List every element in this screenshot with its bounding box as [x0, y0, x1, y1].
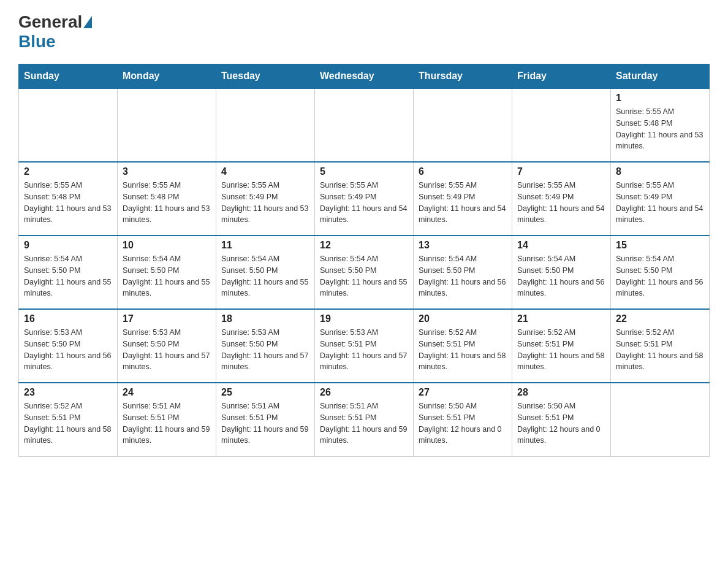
day-info: Sunrise: 5:52 AMSunset: 5:51 PMDaylight:… [24, 400, 112, 446]
day-info: Sunrise: 5:55 AMSunset: 5:49 PMDaylight:… [320, 180, 408, 226]
day-number: 4 [221, 166, 309, 177]
day-number: 13 [419, 240, 507, 251]
calendar-header-tuesday: Tuesday [216, 64, 315, 89]
day-info: Sunrise: 5:50 AMSunset: 5:51 PMDaylight:… [419, 400, 507, 446]
day-info: Sunrise: 5:55 AMSunset: 5:49 PMDaylight:… [419, 180, 507, 226]
day-info: Sunrise: 5:55 AMSunset: 5:49 PMDaylight:… [221, 180, 309, 226]
day-info: Sunrise: 5:51 AMSunset: 5:51 PMDaylight:… [221, 400, 309, 446]
calendar-header-saturday: Saturday [611, 64, 710, 89]
day-info: Sunrise: 5:54 AMSunset: 5:50 PMDaylight:… [24, 253, 112, 299]
calendar-cell: 4Sunrise: 5:55 AMSunset: 5:49 PMDaylight… [216, 162, 315, 236]
day-number: 20 [419, 313, 507, 324]
day-number: 19 [320, 313, 408, 324]
day-number: 11 [221, 240, 309, 251]
day-info: Sunrise: 5:55 AMSunset: 5:49 PMDaylight:… [616, 180, 704, 226]
day-info: Sunrise: 5:52 AMSunset: 5:51 PMDaylight:… [517, 327, 605, 373]
day-info: Sunrise: 5:51 AMSunset: 5:51 PMDaylight:… [123, 400, 211, 446]
calendar-cell [414, 88, 512, 162]
day-info: Sunrise: 5:54 AMSunset: 5:50 PMDaylight:… [123, 253, 211, 299]
calendar-header-wednesday: Wednesday [315, 64, 414, 89]
week-row-1: 1Sunrise: 5:55 AMSunset: 5:48 PMDaylight… [19, 88, 710, 162]
calendar-cell: 6Sunrise: 5:55 AMSunset: 5:49 PMDaylight… [414, 162, 512, 236]
calendar-header-monday: Monday [118, 64, 216, 89]
calendar-cell: 14Sunrise: 5:54 AMSunset: 5:50 PMDayligh… [512, 236, 611, 309]
day-info: Sunrise: 5:51 AMSunset: 5:51 PMDaylight:… [320, 400, 408, 446]
calendar-cell: 3Sunrise: 5:55 AMSunset: 5:48 PMDaylight… [118, 162, 216, 236]
day-number: 18 [221, 313, 309, 324]
calendar-cell: 19Sunrise: 5:53 AMSunset: 5:51 PMDayligh… [315, 309, 414, 383]
day-info: Sunrise: 5:53 AMSunset: 5:50 PMDaylight:… [221, 327, 309, 373]
day-info: Sunrise: 5:54 AMSunset: 5:50 PMDaylight:… [221, 253, 309, 299]
calendar-cell: 2Sunrise: 5:55 AMSunset: 5:48 PMDaylight… [19, 162, 118, 236]
calendar-header-sunday: Sunday [19, 64, 118, 89]
calendar-cell: 10Sunrise: 5:54 AMSunset: 5:50 PMDayligh… [118, 236, 216, 309]
day-number: 24 [123, 387, 211, 398]
day-number: 9 [24, 240, 112, 251]
calendar-cell: 8Sunrise: 5:55 AMSunset: 5:49 PMDaylight… [611, 162, 710, 236]
day-number: 1 [616, 93, 704, 104]
day-number: 25 [221, 387, 309, 398]
day-info: Sunrise: 5:54 AMSunset: 5:50 PMDaylight:… [517, 253, 605, 299]
logo-general-text: General [18, 12, 82, 32]
day-number: 27 [419, 387, 507, 398]
calendar-cell: 13Sunrise: 5:54 AMSunset: 5:50 PMDayligh… [414, 236, 512, 309]
day-number: 16 [24, 313, 112, 324]
day-info: Sunrise: 5:54 AMSunset: 5:50 PMDaylight:… [320, 253, 408, 299]
day-info: Sunrise: 5:53 AMSunset: 5:50 PMDaylight:… [24, 327, 112, 373]
day-info: Sunrise: 5:55 AMSunset: 5:48 PMDaylight:… [123, 180, 211, 226]
calendar-cell: 26Sunrise: 5:51 AMSunset: 5:51 PMDayligh… [315, 383, 414, 456]
calendar-cell: 5Sunrise: 5:55 AMSunset: 5:49 PMDaylight… [315, 162, 414, 236]
calendar-cell: 11Sunrise: 5:54 AMSunset: 5:50 PMDayligh… [216, 236, 315, 309]
week-row-5: 23Sunrise: 5:52 AMSunset: 5:51 PMDayligh… [19, 383, 710, 456]
day-number: 15 [616, 240, 704, 251]
week-row-3: 9Sunrise: 5:54 AMSunset: 5:50 PMDaylight… [19, 236, 710, 309]
calendar-cell: 20Sunrise: 5:52 AMSunset: 5:51 PMDayligh… [414, 309, 512, 383]
calendar-header-row: SundayMondayTuesdayWednesdayThursdayFrid… [19, 64, 710, 89]
calendar-cell: 23Sunrise: 5:52 AMSunset: 5:51 PMDayligh… [19, 383, 118, 456]
calendar-cell: 22Sunrise: 5:52 AMSunset: 5:51 PMDayligh… [611, 309, 710, 383]
day-info: Sunrise: 5:55 AMSunset: 5:48 PMDaylight:… [616, 106, 704, 152]
day-number: 21 [517, 313, 605, 324]
logo: General Blue [18, 12, 93, 52]
day-number: 7 [517, 166, 605, 177]
calendar-cell: 21Sunrise: 5:52 AMSunset: 5:51 PMDayligh… [512, 309, 611, 383]
calendar-cell: 27Sunrise: 5:50 AMSunset: 5:51 PMDayligh… [414, 383, 512, 456]
day-info: Sunrise: 5:53 AMSunset: 5:50 PMDaylight:… [123, 327, 211, 373]
day-info: Sunrise: 5:54 AMSunset: 5:50 PMDaylight:… [616, 253, 704, 299]
calendar-cell: 25Sunrise: 5:51 AMSunset: 5:51 PMDayligh… [216, 383, 315, 456]
logo-blue-text: Blue [18, 32, 56, 51]
calendar-cell [118, 88, 216, 162]
day-info: Sunrise: 5:55 AMSunset: 5:49 PMDaylight:… [517, 180, 605, 226]
logo-triangle-icon [83, 16, 92, 28]
day-info: Sunrise: 5:50 AMSunset: 5:51 PMDaylight:… [517, 400, 605, 446]
calendar-cell [611, 383, 710, 456]
calendar-cell [315, 88, 414, 162]
day-number: 28 [517, 387, 605, 398]
calendar-cell: 12Sunrise: 5:54 AMSunset: 5:50 PMDayligh… [315, 236, 414, 309]
calendar-cell: 16Sunrise: 5:53 AMSunset: 5:50 PMDayligh… [19, 309, 118, 383]
calendar-cell: 17Sunrise: 5:53 AMSunset: 5:50 PMDayligh… [118, 309, 216, 383]
day-number: 26 [320, 387, 408, 398]
day-number: 17 [123, 313, 211, 324]
week-row-2: 2Sunrise: 5:55 AMSunset: 5:48 PMDaylight… [19, 162, 710, 236]
calendar-cell: 9Sunrise: 5:54 AMSunset: 5:50 PMDaylight… [19, 236, 118, 309]
calendar-cell [512, 88, 611, 162]
day-number: 10 [123, 240, 211, 251]
day-info: Sunrise: 5:53 AMSunset: 5:51 PMDaylight:… [320, 327, 408, 373]
day-number: 12 [320, 240, 408, 251]
calendar-cell [216, 88, 315, 162]
calendar-cell [19, 88, 118, 162]
calendar-cell: 28Sunrise: 5:50 AMSunset: 5:51 PMDayligh… [512, 383, 611, 456]
week-row-4: 16Sunrise: 5:53 AMSunset: 5:50 PMDayligh… [19, 309, 710, 383]
calendar-table: SundayMondayTuesdayWednesdayThursdayFrid… [18, 64, 710, 457]
day-number: 6 [419, 166, 507, 177]
calendar-cell: 1Sunrise: 5:55 AMSunset: 5:48 PMDaylight… [611, 88, 710, 162]
day-info: Sunrise: 5:55 AMSunset: 5:48 PMDaylight:… [24, 180, 112, 226]
day-info: Sunrise: 5:52 AMSunset: 5:51 PMDaylight:… [419, 327, 507, 373]
page-header: General Blue [18, 12, 710, 52]
calendar-header-thursday: Thursday [414, 64, 512, 89]
day-number: 3 [123, 166, 211, 177]
calendar-header-friday: Friday [512, 64, 611, 89]
calendar-cell: 18Sunrise: 5:53 AMSunset: 5:50 PMDayligh… [216, 309, 315, 383]
day-info: Sunrise: 5:52 AMSunset: 5:51 PMDaylight:… [616, 327, 704, 373]
